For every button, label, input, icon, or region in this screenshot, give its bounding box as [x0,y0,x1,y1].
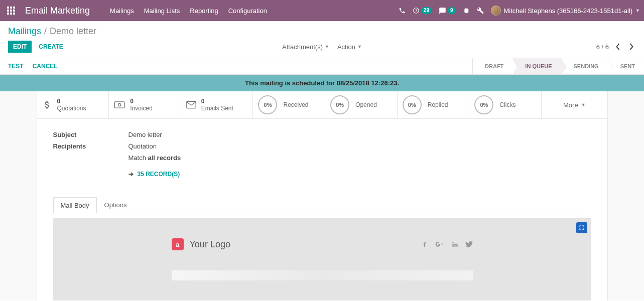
svg-rect-3 [7,10,9,12]
social-row [421,241,473,248]
tab-mail-body[interactable]: Mail Body [53,197,97,213]
stat-quotations-val: 0 [57,98,86,105]
nav-mailings[interactable]: Mailings [110,7,134,15]
svg-rect-8 [13,13,15,15]
pager-prev[interactable] [614,42,622,51]
stat-invoiced[interactable]: 0 Invoiced [109,91,181,118]
stat-replied-label: Replied [428,101,448,108]
mail-canvas: a Your Logo [53,218,591,300]
svg-rect-7 [10,13,12,15]
logo-text: Your Logo [190,239,230,250]
form-body: Subject Demo letter Recipients Quotation… [37,119,607,183]
clock-icon[interactable]: 29 [413,7,432,14]
google-plus-icon[interactable] [435,241,444,248]
subject-label: Subject [53,131,128,138]
more-label: More [563,101,578,109]
test-button[interactable]: TEST [8,63,24,70]
status-draft[interactable]: DRAFT [472,58,512,74]
gauge-received: 0% [258,95,277,114]
match-bold: all records [148,154,181,162]
svg-rect-6 [7,13,9,15]
match-prefix: Match [128,154,148,162]
status-bar: TEST CANCEL DRAFT IN QUEUE SENDING SENT [0,58,644,75]
avatar [491,6,501,16]
pager-next[interactable] [627,42,636,51]
nav-menu: Mailings Mailing Lists Reporting Configu… [110,7,267,15]
logo-block: a Your Logo [172,238,230,250]
recipients-value: Quotation [128,142,157,150]
apps-icon[interactable] [4,4,18,18]
bug-icon[interactable] [463,7,470,14]
stat-received-label: Received [283,101,308,108]
create-button[interactable]: CREATE [39,43,63,50]
clock-badge: 29 [421,7,432,14]
stat-clicks[interactable]: 0% Clicks [469,91,542,118]
mail-header: a Your Logo [172,238,473,250]
mail-body-wrap: a Your Logo [53,213,591,300]
action-label: Action [337,43,355,51]
stat-emails[interactable]: 0 Emails Sent [181,91,253,118]
breadcrumb-sep: / [44,26,47,37]
stat-replied[interactable]: 0% Replied [398,91,470,118]
caret-down-icon: ▼ [325,44,329,49]
expand-button[interactable] [576,222,587,233]
svg-rect-4 [10,10,12,12]
edit-button[interactable]: EDIT [8,41,32,53]
envelope-icon [186,101,196,109]
tab-options[interactable]: Options [97,197,135,213]
tabs: Mail Body Options [53,197,591,213]
stat-row: 0 Quotations 0 Invoiced 0 Emails Sent [37,91,607,119]
linkedin-icon[interactable] [451,241,458,248]
svg-point-11 [118,103,121,106]
control-buttons: EDIT CREATE Attachment(s) ▼ Action ▼ 6 /… [0,38,644,58]
breadcrumb-root[interactable]: Mailings [8,26,41,37]
records-count[interactable]: 35 RECORD(S) [138,171,180,178]
user-name: Mitchell Stephens (365166-2423-1551d1-al… [504,7,633,15]
attachments-label: Attachment(s) [282,43,323,51]
records-link[interactable]: ➔ 35 RECORD(S) [128,171,591,178]
user-menu[interactable]: Mitchell Stephens (365166-2423-1551d1-al… [491,6,640,16]
attachments-dropdown[interactable]: Attachment(s) ▼ [282,43,329,51]
action-dropdown[interactable]: Action ▼ [337,43,362,51]
arrow-right-icon: ➔ [128,171,134,178]
stat-quotations[interactable]: 0 Quotations [37,91,109,118]
gauge-replied: 0% [403,95,422,114]
facebook-icon[interactable] [421,241,428,248]
caret-down-icon: ▼ [635,8,640,13]
stat-invoiced-val: 0 [130,98,153,105]
stat-clicks-label: Clicks [499,101,516,108]
twitter-icon[interactable] [465,241,473,248]
stat-opened[interactable]: 0% Opened [325,91,398,118]
stat-invoiced-label: Invoiced [130,105,153,112]
status-sent[interactable]: SENT [608,58,644,74]
recipients-label: Recipients [53,142,128,150]
nav-mailing-lists[interactable]: Mailing Lists [144,7,180,15]
stat-opened-label: Opened [355,101,377,108]
breadcrumb: Mailings / Demo letter [0,21,644,38]
wrench-icon[interactable] [477,7,484,14]
cancel-button[interactable]: CANCEL [33,63,58,70]
status-in-queue[interactable]: IN QUEUE [512,58,561,74]
logo-square: a [172,238,184,250]
nav-configuration[interactable]: Configuration [228,7,267,15]
gauge-clicks: 0% [474,95,493,114]
top-nav: Email Marketing Mailings Mailing Lists R… [0,0,644,21]
svg-rect-12 [187,101,196,108]
pager: 6 / 6 [596,42,636,51]
phone-icon[interactable] [399,7,406,14]
stat-more[interactable]: More ▼ [542,91,607,118]
svg-rect-5 [13,10,15,12]
chat-icon[interactable]: 9 [439,7,456,15]
dollar-icon [42,100,52,110]
caret-down-icon: ▼ [581,102,586,107]
status-sending[interactable]: SENDING [561,58,608,74]
svg-rect-2 [13,7,15,9]
pager-text: 6 / 6 [596,43,609,51]
stat-emails-val: 0 [201,98,233,105]
nav-reporting[interactable]: Reporting [190,7,218,15]
svg-rect-1 [10,7,12,9]
svg-rect-10 [115,102,124,108]
stat-emails-label: Emails Sent [201,105,233,112]
app-title[interactable]: Email Marketing [25,6,90,16]
stat-received[interactable]: 0% Received [253,91,325,118]
